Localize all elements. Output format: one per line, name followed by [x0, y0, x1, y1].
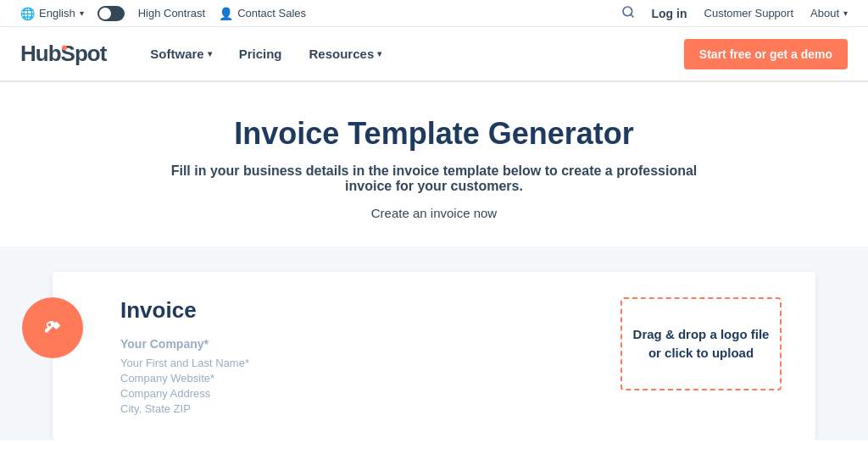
svg-point-2	[37, 313, 68, 343]
about-label: About	[810, 7, 839, 19]
utility-bar-right: Log in Customer Support About ▾	[621, 5, 848, 21]
nav-software[interactable]: Software ▾	[140, 40, 221, 68]
software-label: Software	[150, 47, 203, 61]
pricing-label: Pricing	[239, 47, 282, 61]
customer-support-label: Customer Support	[704, 7, 794, 19]
nav-right: Start free or get a demo	[684, 39, 848, 69]
hero-cta-link[interactable]: Create an invoice now	[371, 206, 497, 220]
invoice-card: Invoice Your Company* Your First and Las…	[53, 272, 815, 440]
hero-title: Invoice Template Generator	[20, 116, 848, 152]
utility-bar: 🌐 English ▾ High Contrast 👤 Contact Sale…	[0, 0, 868, 27]
hubspot-logo[interactable]: HubSpot	[20, 41, 106, 67]
person-icon: 👤	[219, 7, 233, 20]
invoice-title: Invoice	[120, 297, 595, 324]
search-icon[interactable]	[621, 5, 635, 21]
resources-label: Resources	[309, 47, 375, 61]
content-area: Invoice Your Company* Your First and Las…	[0, 246, 868, 440]
utility-bar-left: 🌐 English ▾ High Contrast 👤 Contact Sale…	[20, 6, 621, 21]
nav-items: Software ▾ Pricing Resources ▾	[140, 40, 684, 68]
tools-icon-circle	[22, 297, 83, 358]
language-label: English	[39, 7, 75, 19]
cta-button[interactable]: Start free or get a demo	[684, 39, 848, 69]
company-name-field[interactable]: Your Company*	[120, 337, 595, 351]
name-field[interactable]: Your First and Last Name*	[120, 357, 595, 369]
chevron-down-icon: ▾	[208, 49, 212, 58]
customer-support-link[interactable]: Customer Support	[704, 7, 794, 19]
city-state-field[interactable]: City, State ZIP	[120, 402, 595, 415]
address-field[interactable]: Company Address	[120, 387, 595, 400]
hero-subtitle: Fill in your business details in the inv…	[146, 163, 722, 194]
globe-icon: 🌐	[20, 7, 35, 20]
website-field[interactable]: Company Website*	[120, 372, 595, 385]
logo-text: HubSpot	[20, 41, 106, 67]
tools-icon	[37, 313, 68, 343]
svg-line-1	[631, 14, 633, 17]
hero-section: Invoice Template Generator Fill in your …	[0, 82, 868, 246]
nav-pricing[interactable]: Pricing	[229, 40, 292, 68]
contrast-toggle[interactable]	[97, 6, 125, 21]
chevron-down-icon: ▾	[377, 49, 381, 58]
log-in-link[interactable]: Log in	[652, 7, 687, 20]
nav-resources[interactable]: Resources ▾	[299, 40, 392, 68]
about-menu[interactable]: About ▾	[810, 7, 848, 19]
contrast-label: High Contrast	[138, 7, 205, 19]
logo-upload-area[interactable]: Drag & drop a logo file or click to uplo…	[620, 297, 782, 390]
invoice-fields: Your Company* Your First and Last Name* …	[120, 337, 595, 415]
language-selector[interactable]: 🌐 English ▾	[20, 7, 84, 20]
logo-upload-label: Drag & drop a logo file or click to uplo…	[632, 325, 770, 363]
contact-label: Contact Sales	[237, 7, 306, 19]
invoice-content: Invoice Your Company* Your First and Las…	[86, 297, 595, 415]
chevron-down-icon: ▾	[843, 8, 848, 18]
main-nav: HubSpot Software ▾ Pricing Resources ▾ S…	[0, 27, 868, 81]
contact-sales[interactable]: 👤 Contact Sales	[219, 7, 306, 20]
chevron-down-icon: ▾	[80, 8, 84, 18]
